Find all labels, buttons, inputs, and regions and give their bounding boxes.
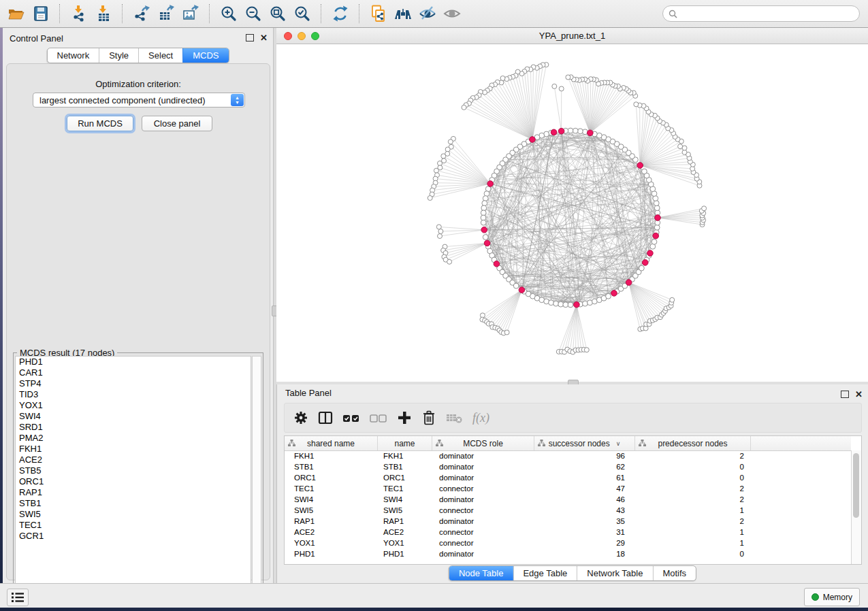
graph-node[interactable] bbox=[702, 206, 707, 211]
graph-node[interactable] bbox=[655, 215, 661, 221]
graph-node[interactable] bbox=[653, 233, 659, 239]
graph-node[interactable] bbox=[462, 105, 466, 110]
table-row[interactable]: RAP1RAP1dominator352 bbox=[285, 516, 851, 527]
mcds-result-item[interactable]: ACE2 bbox=[16, 455, 251, 465]
tab-network-table[interactable]: Network Table bbox=[577, 566, 652, 580]
graph-node[interactable] bbox=[647, 250, 654, 257]
graph-node[interactable] bbox=[639, 265, 645, 271]
zoom-out-icon[interactable] bbox=[243, 3, 263, 24]
table-row[interactable]: PHD1PHD1dominator180 bbox=[285, 548, 851, 559]
mcds-result-item[interactable]: SWI5 bbox=[16, 509, 251, 520]
mcds-result-item[interactable]: TID3 bbox=[16, 389, 251, 400]
refresh-layout-icon[interactable] bbox=[330, 3, 351, 24]
graph-node[interactable] bbox=[558, 301, 564, 307]
search-binoculars-icon[interactable] bbox=[393, 3, 413, 24]
search-box[interactable] bbox=[662, 5, 860, 22]
save-session-icon[interactable] bbox=[31, 3, 51, 24]
mcds-result-item[interactable]: STB1 bbox=[16, 498, 251, 509]
column-header-name[interactable]: name bbox=[378, 436, 432, 450]
graph-node[interactable] bbox=[530, 137, 536, 143]
export-image-icon[interactable] bbox=[180, 3, 201, 24]
graph-node[interactable] bbox=[551, 129, 557, 135]
tab-mcds[interactable]: MCDS bbox=[182, 48, 228, 63]
mcds-result-item[interactable]: FKH1 bbox=[16, 444, 251, 455]
graph-node[interactable] bbox=[558, 128, 564, 134]
graph-node[interactable] bbox=[484, 240, 490, 246]
graph-node[interactable] bbox=[481, 205, 487, 211]
table-row[interactable]: STB1STB1dominator620 bbox=[285, 461, 851, 472]
show-graphics-details-icon[interactable] bbox=[442, 3, 462, 24]
graph-node[interactable] bbox=[428, 196, 432, 201]
mcds-result-item[interactable]: PMA2 bbox=[16, 433, 251, 444]
mcds-result-item[interactable]: PHD1 bbox=[16, 357, 251, 367]
graph-node[interactable] bbox=[549, 300, 554, 306]
mcds-result-item[interactable]: SWI4 bbox=[16, 411, 251, 422]
gear-icon[interactable] bbox=[293, 410, 309, 426]
column-layout-icon[interactable] bbox=[317, 410, 334, 426]
mcds-result-item[interactable]: GCR1 bbox=[16, 531, 251, 542]
graph-node[interactable] bbox=[487, 181, 494, 187]
graph-node[interactable] bbox=[584, 348, 589, 352]
table-row[interactable]: ACE2ACE2connector311 bbox=[285, 527, 851, 538]
graph-node[interactable] bbox=[654, 205, 660, 211]
mcds-result-scrollbar[interactable] bbox=[252, 356, 261, 602]
tab-node-table[interactable]: Node Table bbox=[449, 566, 513, 580]
memory-button[interactable]: Memory bbox=[804, 588, 860, 606]
graph-node[interactable] bbox=[606, 293, 611, 299]
graph-node[interactable] bbox=[637, 163, 643, 169]
table-row[interactable]: FKH1FKH1dominator962 bbox=[285, 450, 851, 461]
unselect-all-checkboxes-icon[interactable] bbox=[369, 410, 388, 426]
zoom-fit-icon[interactable] bbox=[268, 3, 288, 24]
mcds-result-item[interactable]: TEC1 bbox=[16, 520, 251, 531]
graph-node[interactable] bbox=[448, 139, 453, 144]
graph-node[interactable] bbox=[654, 225, 660, 230]
graph-node[interactable] bbox=[482, 201, 487, 206]
export-network-icon[interactable] bbox=[131, 3, 152, 24]
graph-node[interactable] bbox=[577, 129, 583, 134]
graph-node[interactable] bbox=[438, 229, 443, 234]
clone-network-icon[interactable] bbox=[368, 3, 389, 24]
mcds-result-item[interactable]: STP4 bbox=[16, 378, 251, 389]
column-header-successor-nodes[interactable]: successor nodes∨ bbox=[534, 436, 635, 450]
optimization-criterion-select[interactable]: largest connected component (undirected)… bbox=[33, 93, 245, 108]
mcds-result-item[interactable]: RAP1 bbox=[16, 487, 251, 498]
graph-node[interactable] bbox=[483, 196, 488, 201]
table-row[interactable]: SWI5SWI5connector431 bbox=[285, 505, 851, 516]
graph-node[interactable] bbox=[654, 201, 659, 206]
graph-node[interactable] bbox=[642, 169, 647, 174]
mcds-result-item[interactable]: SRD1 bbox=[16, 422, 251, 433]
graph-node[interactable] bbox=[483, 235, 488, 240]
task-history-button[interactable] bbox=[7, 589, 29, 606]
graph-node[interactable] bbox=[670, 297, 675, 302]
select-all-checkboxes-icon[interactable] bbox=[342, 410, 361, 426]
table-row[interactable]: ORC1ORC1dominator610 bbox=[285, 472, 851, 483]
delete-column-icon[interactable] bbox=[421, 410, 437, 426]
graph-node[interactable] bbox=[441, 154, 446, 159]
export-table-icon[interactable] bbox=[156, 3, 176, 24]
graph-node[interactable] bbox=[438, 234, 443, 239]
search-input[interactable] bbox=[681, 8, 859, 19]
table-row[interactable]: SWI4SWI4dominator462 bbox=[285, 494, 851, 505]
column-header-shared-name[interactable]: shared name bbox=[285, 436, 378, 450]
graph-node[interactable] bbox=[434, 168, 438, 173]
graph-node[interactable] bbox=[563, 302, 568, 308]
graph-node[interactable] bbox=[568, 302, 573, 308]
graph-node[interactable] bbox=[552, 84, 557, 88]
float-panel-icon[interactable] bbox=[246, 34, 254, 42]
graph-node[interactable] bbox=[447, 259, 452, 264]
graph-node[interactable] bbox=[611, 291, 617, 297]
graph-node[interactable] bbox=[588, 130, 594, 136]
column-header-predecessor-nodes[interactable]: predecessor nodes bbox=[635, 436, 751, 450]
graph-node[interactable] bbox=[568, 128, 573, 133]
graph-node[interactable] bbox=[436, 225, 441, 229]
graph-node[interactable] bbox=[559, 86, 564, 91]
graph-node[interactable] bbox=[481, 227, 487, 233]
mcds-result-item[interactable]: YOX1 bbox=[16, 400, 251, 411]
import-table-icon[interactable] bbox=[93, 3, 114, 24]
table-row[interactable]: TEC1TEC1connector472 bbox=[285, 483, 851, 494]
table-vertical-scrollbar[interactable] bbox=[851, 450, 861, 564]
add-column-icon[interactable] bbox=[396, 410, 413, 426]
graph-node[interactable] bbox=[481, 215, 486, 220]
graph-node[interactable] bbox=[583, 301, 588, 306]
graph-node[interactable] bbox=[573, 128, 578, 133]
